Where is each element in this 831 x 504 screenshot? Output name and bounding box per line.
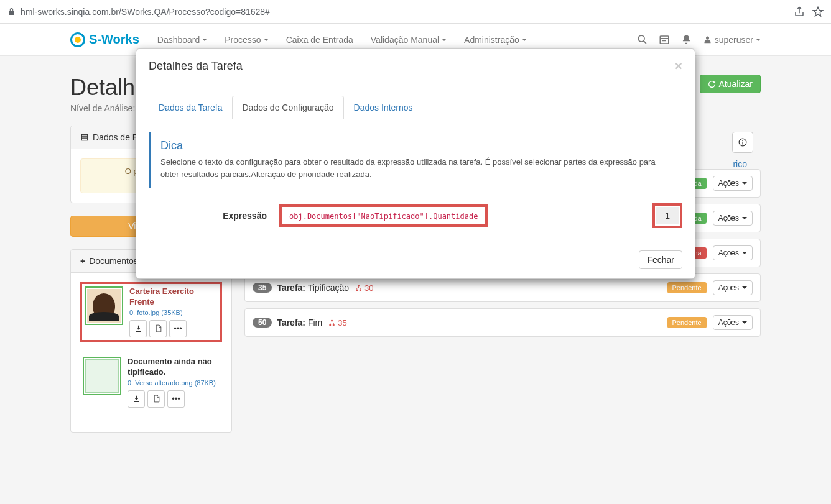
download-icon[interactable] <box>129 320 147 337</box>
modal-title: Detalhes da Tarefa <box>149 60 243 73</box>
document-meta: 0. foto.jpg (35KB) <box>129 309 218 316</box>
svg-rect-9 <box>360 289 361 290</box>
svg-rect-11 <box>330 324 332 325</box>
close-button[interactable]: Fechar <box>639 250 682 269</box>
actions-button[interactable]: Ações <box>713 211 753 226</box>
panel-title: Documentos <box>89 256 138 266</box>
svg-rect-10 <box>331 319 333 321</box>
pdf-icon[interactable] <box>147 390 165 408</box>
actions-button[interactable]: Ações <box>713 315 753 330</box>
search-icon[interactable] <box>637 34 648 45</box>
result-highlight-box: 1 <box>652 203 682 228</box>
star-icon[interactable] <box>812 6 824 17</box>
actions-button[interactable]: Ações <box>713 280 753 295</box>
download-icon[interactable] <box>128 390 145 408</box>
document-title: Documento ainda não tipificado. <box>128 357 220 378</box>
task-ref: 35 <box>338 318 346 328</box>
status-badge: Pendente <box>667 317 707 328</box>
document-item[interactable]: Carteira Exercito Frente 0. foto.jpg (35… <box>80 282 222 342</box>
task-number: 50 <box>253 318 272 328</box>
plus-icon: + <box>80 256 85 266</box>
svg-rect-6 <box>742 142 743 145</box>
actions-button[interactable]: Ações <box>713 245 753 260</box>
actions-button[interactable]: Ações <box>713 176 753 191</box>
svg-rect-7 <box>358 285 360 286</box>
expression-label: Expressão <box>149 211 267 221</box>
lock-icon <box>7 7 16 16</box>
brand-text: S-Works <box>89 32 139 47</box>
inbox-icon[interactable] <box>659 34 670 45</box>
share-icon[interactable] <box>794 6 805 17</box>
bell-icon[interactable] <box>681 34 692 45</box>
svg-point-5 <box>742 140 743 141</box>
tab-dados-config[interactable]: Dados de Configuração <box>232 96 343 119</box>
more-icon[interactable]: ••• <box>167 390 185 408</box>
modal-tabs: Dados da Tarefa Dados de Configuração Da… <box>149 96 682 119</box>
tab-dados-tarefa[interactable]: Dados da Tarefa <box>149 96 232 119</box>
svg-rect-8 <box>356 289 358 290</box>
svg-point-2 <box>706 37 709 40</box>
tree-icon <box>328 319 335 326</box>
browser-address-bar: hml-sworks.sinqia.com.br/SWorks.QA/Proce… <box>0 0 831 24</box>
info-button[interactable] <box>732 132 753 153</box>
status-badge: Pendente <box>667 282 707 293</box>
svg-point-0 <box>638 35 644 42</box>
expression-code[interactable]: obj.Documentos["NaoTipificado"].Quantida… <box>289 212 478 221</box>
svg-rect-12 <box>333 324 335 325</box>
document-title: Carteira Exercito Frente <box>129 286 218 308</box>
tip-text: Selecione o texto da configuração para o… <box>160 156 673 180</box>
tip-box: Dica Selecione o texto da configuração p… <box>149 132 682 188</box>
tree-icon <box>355 285 362 291</box>
task-number: 35 <box>253 283 272 293</box>
historico-link[interactable]: rico <box>733 159 747 169</box>
document-item[interactable]: Documento ainda não tipificado. 0. Verso… <box>80 354 222 410</box>
svg-rect-1 <box>660 36 669 44</box>
expression-result: 1 <box>656 207 679 224</box>
refresh-button[interactable]: Atualizar <box>700 75 761 93</box>
tip-title: Dica <box>160 139 673 152</box>
brand[interactable]: S-Works <box>70 32 139 47</box>
document-thumbnail <box>83 357 121 395</box>
pdf-icon[interactable] <box>149 320 167 337</box>
task-ref: 30 <box>364 283 373 293</box>
more-icon[interactable]: ••• <box>169 320 187 337</box>
task-row: 50 Tarefa: Fim 35 Pendente Ações <box>244 308 761 337</box>
task-label: Tarefa: Tipificação <box>277 283 349 293</box>
tab-dados-internos[interactable]: Dados Internos <box>344 96 423 119</box>
list-icon <box>80 133 89 142</box>
brand-logo-icon <box>70 32 85 47</box>
close-icon[interactable]: × <box>675 58 682 73</box>
task-details-modal: Detalhes da Tarefa × Dados da Tarefa Dad… <box>136 48 695 279</box>
document-thumbnail <box>85 286 123 325</box>
svg-rect-3 <box>81 134 87 140</box>
user-menu[interactable]: superuser <box>703 35 761 45</box>
url-text: hml-sworks.sinqia.com.br/SWorks.QA/Proce… <box>21 7 789 17</box>
expression-highlight-box: obj.Documentos["NaoTipificado"].Quantida… <box>279 204 488 227</box>
task-label: Tarefa: Fim <box>277 318 322 328</box>
document-meta: 0. Verso alterado.png (87KB) <box>128 379 220 387</box>
